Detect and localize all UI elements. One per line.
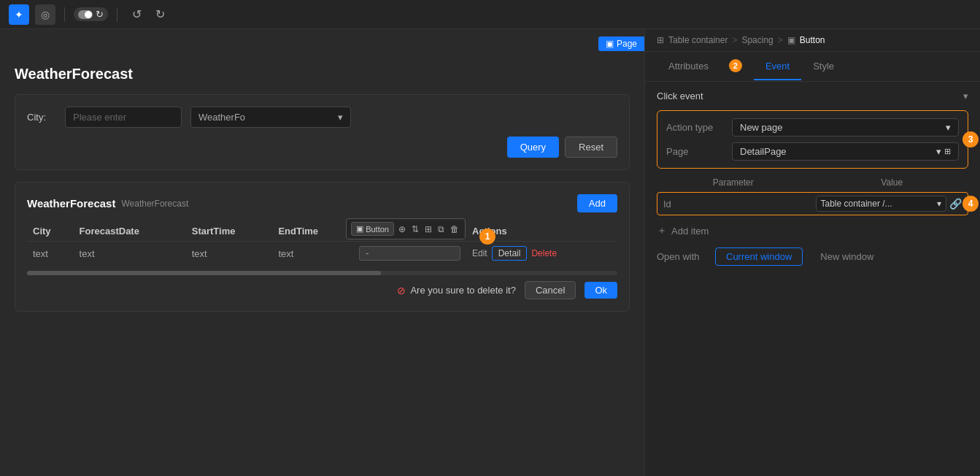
city-label: City:	[27, 112, 56, 123]
undo-button[interactable]: ↺	[126, 4, 147, 25]
app-title: WeatherForecast	[15, 66, 630, 82]
breadcrumb-table-container: Table container	[668, 35, 728, 45]
eye-icon[interactable]: ◎	[35, 4, 55, 25]
cell-city: text	[27, 242, 74, 266]
tab-style[interactable]: Style	[801, 53, 846, 80]
toggle-icon: ↻	[96, 9, 104, 20]
button-popup-icon: ▣	[356, 224, 363, 234]
city-input[interactable]: Please enter	[65, 107, 182, 128]
config-box: Action type New page ▾ Page DetailPage ▾	[657, 110, 968, 169]
breadcrumb-button: Button	[800, 35, 825, 45]
value-col-header: Value	[816, 177, 969, 188]
cell-weather-state: ▣ Button ⊕ ⇅ ⊞ ⧉ 🗑 -	[353, 242, 466, 266]
config-box-wrapper: Action type New page ▾ Page DetailPage ▾	[657, 110, 968, 169]
open-with-label: Open with	[657, 251, 708, 262]
click-event-label: Click event	[657, 91, 703, 101]
tab-attributes[interactable]: Attributes	[657, 53, 720, 80]
params-section: Parameter Value Id Table container /... …	[657, 177, 968, 215]
page-grid-icon: ⊞	[944, 147, 951, 156]
tab-style-label: Style	[813, 61, 834, 72]
col-start-time: StartTime	[186, 221, 273, 242]
param-id: Id	[663, 199, 810, 210]
breadcrumb-btn-icon: ▣	[787, 35, 795, 45]
logo-icon[interactable]: ✦	[9, 4, 29, 25]
param-value-select[interactable]: Table container /... ▾	[816, 196, 947, 212]
add-plus-icon: ＋	[657, 224, 667, 237]
action-type-select[interactable]: New page ▾	[732, 118, 959, 137]
cancel-delete-button[interactable]: Cancel	[525, 281, 576, 299]
param-value-chevron: ▾	[937, 199, 941, 209]
action-type-label: Action type	[666, 122, 732, 133]
breadcrumb-sep1: >	[732, 35, 737, 45]
toolbar-divider	[64, 7, 65, 22]
table-row: text text text text ▣ Button	[27, 242, 617, 266]
cell-end-time: text	[272, 242, 353, 266]
form-buttons: Query Reset	[27, 137, 617, 158]
tab-attributes-label: Attributes	[668, 61, 709, 72]
page-label: Page	[617, 39, 637, 49]
table-title: WeatherForecast WeatherForecast	[27, 197, 188, 210]
table-title-main: WeatherForecast	[27, 197, 115, 210]
delete-confirm-label: Are you sure to delete it?	[410, 285, 516, 296]
delete-button[interactable]: Delete	[531, 248, 557, 258]
popup-delete-icon[interactable]: 🗑	[449, 223, 460, 236]
detail-button[interactable]: Detail	[492, 246, 528, 261]
popup-copy-icon[interactable]: ⧉	[436, 223, 446, 236]
add-item-row[interactable]: ＋ Add item	[657, 224, 968, 237]
page-badge: ▣ Page	[598, 37, 644, 51]
undo-redo-group: ↺ ↻	[126, 4, 170, 25]
new-window-button[interactable]: New window	[810, 248, 884, 265]
col-end-time: EndTime	[272, 221, 353, 242]
toolbar: ✦ ◎ ↻ ↺ ↻	[0, 0, 980, 29]
edit-button[interactable]: Edit	[472, 248, 487, 258]
button-popup-label: ▣ Button	[351, 222, 394, 236]
action-type-chevron-icon: ▾	[946, 122, 951, 133]
popup-grid-icon[interactable]: ⊞	[423, 223, 433, 236]
button-popup-text: Button	[366, 225, 389, 234]
main-layout: ▣ Page WeatherForecast City: Please ente…	[0, 29, 980, 476]
cell-start-time: text	[186, 242, 273, 266]
popup-add-icon[interactable]: ⊕	[397, 223, 407, 236]
data-table: City ForecastDate StartTime EndTime Weat…	[27, 221, 617, 265]
open-with-row: Open with Current window New window	[657, 247, 968, 266]
step3-badge: 3	[962, 131, 979, 147]
button-popup: ▣ Button ⊕ ⇅ ⊞ ⧉ 🗑	[346, 218, 466, 239]
page-row: Page DetailPage ▾ ⊞	[666, 142, 959, 161]
add-item-label: Add item	[671, 226, 709, 237]
breadcrumb-sep2: >	[778, 35, 783, 45]
step2-badge: 2	[729, 59, 742, 72]
col-city: City	[27, 221, 74, 242]
param-row-wrapper: Id Table container /... ▾ 🔗 4	[657, 192, 968, 215]
form-row: City: Please enter WeatherFo ▾	[27, 107, 617, 128]
reset-button[interactable]: Reset	[565, 137, 617, 158]
redo-button[interactable]: ↻	[150, 4, 170, 25]
action-type-row: Action type New page ▾	[666, 118, 959, 137]
param-value-cell: Table container /... ▾ 🔗	[816, 196, 962, 212]
chevron-down-icon: ▾	[338, 112, 343, 123]
select-value: WeatherFo	[198, 112, 245, 123]
cell-forecast-date: text	[74, 242, 186, 266]
cell-actions: Edit Detail Delete	[466, 242, 617, 266]
toggle-switch[interactable]	[78, 10, 93, 19]
ok-delete-button[interactable]: Ok	[584, 282, 617, 299]
table-header: City ForecastDate StartTime EndTime Weat…	[27, 221, 617, 242]
popup-sort-icon[interactable]: ⇅	[410, 223, 420, 236]
query-button[interactable]: Query	[507, 137, 559, 158]
breadcrumb-spacing: Spacing	[741, 35, 773, 45]
current-window-button[interactable]: Current window	[715, 247, 803, 266]
table-scroll-thumb	[27, 271, 381, 275]
breadcrumb: ⊞ Table container > Spacing > ▣ Button	[645, 29, 980, 52]
toggle-group[interactable]: ↻	[74, 7, 108, 21]
param-link-icon[interactable]: 🔗	[949, 198, 962, 210]
weather-select[interactable]: WeatherFo ▾	[190, 107, 351, 128]
delete-warn-icon: ⊘	[397, 285, 406, 296]
page-select[interactable]: DetailPage ▾ ⊞	[732, 142, 959, 161]
tab-event[interactable]: Event	[754, 53, 801, 80]
action-type-value: New page	[740, 122, 783, 133]
param-col-header: Parameter	[657, 177, 810, 188]
click-event-section: Click event ▾	[657, 91, 968, 101]
add-button[interactable]: Add	[577, 194, 617, 212]
params-col-headers: Parameter Value	[657, 177, 968, 188]
table-scrollbar[interactable]	[27, 271, 617, 275]
section-arrow-icon: ▾	[963, 91, 968, 101]
